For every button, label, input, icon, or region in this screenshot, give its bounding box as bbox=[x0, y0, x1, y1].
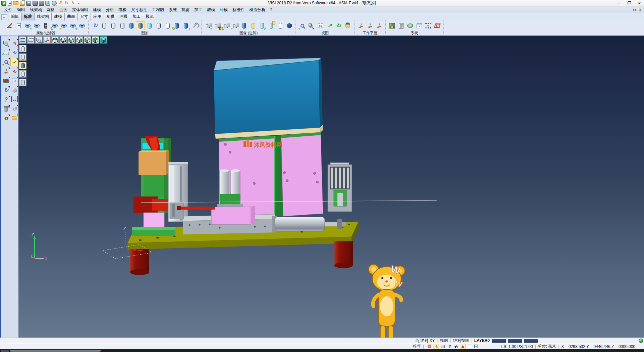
status-help-icon[interactable] bbox=[446, 344, 452, 349]
workplane-view-icon[interactable] bbox=[374, 21, 383, 30]
advanced-add-icon[interactable] bbox=[203, 21, 212, 30]
model-plate-pink-right[interactable] bbox=[281, 132, 323, 216]
layer-color-bar-2[interactable] bbox=[508, 339, 522, 343]
measure-distance-icon[interactable] bbox=[10, 95, 18, 104]
workplane-axis-icon[interactable] bbox=[2, 67, 10, 76]
rotate-view-icon[interactable] bbox=[334, 21, 343, 30]
edit-delete-icon[interactable] bbox=[10, 39, 18, 47]
zoom-all-icon[interactable] bbox=[307, 21, 316, 30]
cube-front-view-icon[interactable] bbox=[84, 36, 91, 44]
tab-wireframe[interactable]: 线架构 bbox=[34, 13, 52, 20]
menu-surface[interactable]: 曲面 bbox=[57, 7, 70, 13]
advanced-note-icon[interactable] bbox=[267, 21, 276, 30]
menu-analysis[interactable]: 分析 bbox=[103, 7, 116, 13]
advanced-mesh-icon[interactable] bbox=[276, 21, 285, 30]
menu-drawing[interactable]: 工程图 bbox=[150, 7, 166, 13]
toggle-visibility-icon[interactable] bbox=[59, 21, 68, 30]
cube-bottom-view-icon[interactable] bbox=[59, 36, 67, 44]
toolbar-options-caret-icon[interactable] bbox=[77, 1, 80, 6]
mdi-restore-icon[interactable] bbox=[633, 9, 636, 11]
fly-capture-icon[interactable] bbox=[453, 344, 459, 349]
viewport-axis-icon[interactable] bbox=[43, 36, 51, 44]
hidden-line-mode-icon[interactable] bbox=[109, 21, 118, 30]
menu-file[interactable]: 文件 bbox=[2, 7, 15, 13]
model-right-tower[interactable] bbox=[328, 163, 352, 212]
status-layer[interactable]: LAYER0 bbox=[474, 338, 490, 343]
menu-mould[interactable]: 塑模 bbox=[205, 7, 217, 13]
mesh-mode-icon[interactable] bbox=[163, 21, 172, 30]
status-globe-icon[interactable] bbox=[639, 339, 643, 343]
hide-all-icon[interactable] bbox=[77, 21, 87, 30]
viewport-zoom-all-icon[interactable] bbox=[35, 36, 43, 44]
undo-grey-icon[interactable] bbox=[10, 105, 18, 113]
color-table-icon[interactable] bbox=[387, 21, 396, 30]
new-file-icon[interactable] bbox=[8, 1, 12, 6]
window-settings-icon[interactable] bbox=[415, 21, 424, 30]
close-button[interactable]: ✕ bbox=[634, 0, 644, 6]
dashed-hidden-mode-icon[interactable] bbox=[118, 21, 127, 30]
minimize-button[interactable] bbox=[614, 0, 624, 6]
solid-cube-icon[interactable] bbox=[10, 86, 18, 94]
render-mesh-icon[interactable] bbox=[19, 79, 26, 86]
menu-standard-parts[interactable]: 标准件 bbox=[230, 7, 247, 13]
delete-trash-icon[interactable] bbox=[2, 105, 10, 113]
snap-settings-icon[interactable] bbox=[424, 21, 433, 30]
undo-icon[interactable] bbox=[58, 1, 63, 6]
menu-edit[interactable]: 编辑 bbox=[15, 7, 28, 13]
menu-flow-analysis[interactable]: 模流分析 bbox=[247, 7, 268, 13]
regen-refresh-icon[interactable] bbox=[2, 86, 10, 94]
menu-progress[interactable]: 冲模 bbox=[217, 7, 230, 13]
status-view-absolute[interactable]: 绝对视图 bbox=[453, 338, 469, 344]
glove-select-icon[interactable] bbox=[467, 344, 473, 349]
viewport-menu-icon[interactable] bbox=[19, 36, 26, 44]
help-query-icon[interactable] bbox=[2, 95, 10, 104]
open-project-icon[interactable] bbox=[10, 114, 18, 123]
menu-solid-edit[interactable]: 实体编辑 bbox=[70, 7, 91, 13]
layer-color-bar-3[interactable] bbox=[524, 339, 538, 343]
edit-hand-icon[interactable] bbox=[433, 344, 439, 349]
grid-settings-icon[interactable] bbox=[433, 21, 442, 30]
advanced-refresh-icon[interactable] bbox=[221, 21, 230, 30]
hide-remove-icon[interactable] bbox=[32, 21, 41, 30]
workplane-entity-icon[interactable] bbox=[365, 21, 374, 30]
save-icon[interactable] bbox=[26, 1, 31, 6]
navigation-wheel-icon[interactable] bbox=[2, 114, 10, 123]
render-shaded-icon[interactable] bbox=[19, 62, 26, 69]
menu-modeling[interactable]: 建模 bbox=[91, 7, 103, 13]
tab-standard[interactable]: 标准 bbox=[21, 13, 35, 20]
advanced-plusminus-icon[interactable] bbox=[230, 21, 239, 30]
advanced-shaded-icon[interactable] bbox=[239, 21, 249, 30]
menu-system[interactable]: 系统 bbox=[166, 7, 179, 13]
layer-color-bar-1[interactable] bbox=[492, 339, 506, 343]
graphics-settings-icon[interactable] bbox=[190, 21, 199, 30]
model-top-block[interactable] bbox=[214, 58, 323, 134]
model-leg-right[interactable] bbox=[334, 241, 353, 268]
workplane-xyz-icon[interactable] bbox=[356, 21, 365, 30]
advanced-traffic-icon[interactable] bbox=[212, 21, 221, 30]
shade-export-icon[interactable] bbox=[181, 21, 190, 30]
attribute-view-icon[interactable] bbox=[14, 21, 23, 30]
cube-top-view-icon[interactable] bbox=[51, 36, 59, 44]
save-as-icon[interactable] bbox=[33, 1, 38, 6]
window-grid-icon[interactable] bbox=[10, 77, 18, 85]
cube-iso-view-icon[interactable] bbox=[100, 36, 107, 44]
render-flat-icon[interactable] bbox=[19, 70, 26, 78]
zoom-plusminus-icon[interactable] bbox=[2, 58, 10, 66]
mdi-minimize-icon[interactable] bbox=[628, 10, 631, 10]
selection-plane-icon[interactable] bbox=[2, 48, 10, 57]
open-folder-icon[interactable] bbox=[13, 1, 18, 5]
tab-machining[interactable]: 加工 bbox=[130, 13, 143, 20]
transparent-mode-icon[interactable] bbox=[145, 21, 154, 30]
cone-snap-icon[interactable] bbox=[460, 344, 466, 349]
refresh-visibility-icon[interactable] bbox=[50, 21, 59, 30]
validate-check-icon[interactable] bbox=[10, 58, 18, 66]
open-document-icon[interactable] bbox=[20, 1, 25, 6]
redo-icon[interactable] bbox=[64, 1, 69, 6]
menu-dimension[interactable]: 尺寸标注 bbox=[129, 7, 150, 13]
status-view-snap[interactable]: 绝对 XY 上视图 bbox=[420, 338, 448, 344]
restore-button[interactable] bbox=[624, 0, 634, 6]
menu-help[interactable]: ? bbox=[268, 8, 275, 12]
tab-progress[interactable]: 冲模 bbox=[117, 13, 130, 20]
viewport-3d[interactable]: Z X Z 沐风资料网 bbox=[18, 36, 644, 338]
render-wireframe-icon[interactable] bbox=[19, 45, 26, 52]
